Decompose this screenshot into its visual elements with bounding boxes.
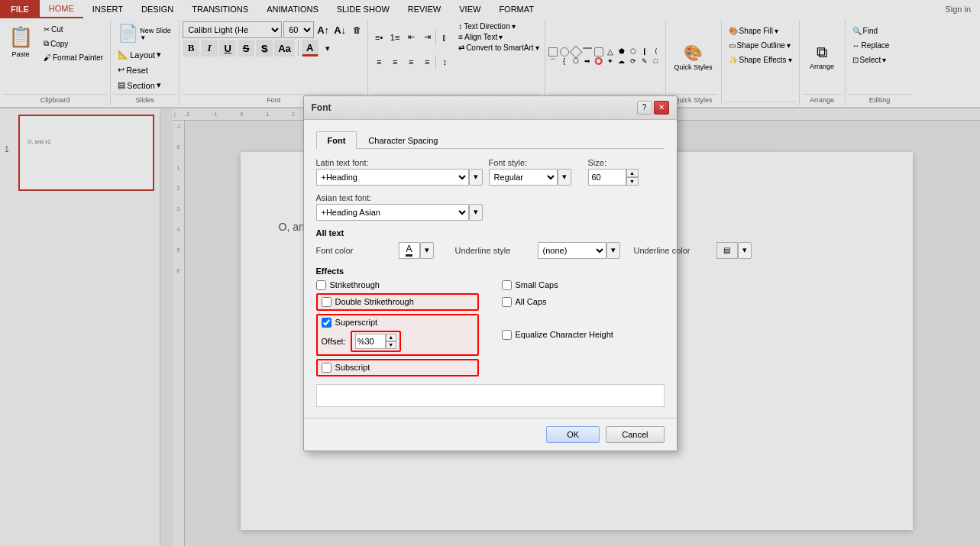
superscript-label: Superscript [335, 318, 378, 327]
latin-font-dropdown[interactable]: ▾ [469, 169, 483, 186]
all-caps-row: All Caps [502, 293, 665, 311]
underline-color-label: Underline color [634, 246, 710, 255]
subscript-label: Subscript [335, 363, 370, 372]
subscript-row: Subscript [316, 359, 479, 376]
double-strikethrough-row: Double Strikethrough [316, 293, 479, 311]
dialog-title-bar: Font ? ✕ [304, 96, 677, 120]
font-style-dropdown[interactable]: ▾ [558, 169, 571, 186]
font-style-select[interactable]: Regular [489, 169, 558, 186]
small-caps-row: Small Caps [502, 280, 665, 290]
underline-color-control: ▤ ▾ [716, 242, 752, 259]
underline-color-swatch[interactable]: ▤ [716, 242, 738, 259]
asian-font-select[interactable]: +Heading Asian [316, 204, 469, 221]
font-color-label: Font color [316, 246, 393, 255]
offset-up-button[interactable]: ▲ [386, 334, 396, 341]
all-text-label: All text [316, 228, 665, 237]
font-color-swatch[interactable]: A [399, 242, 420, 259]
offset-down-button[interactable]: ▼ [386, 341, 396, 349]
small-caps-label: Small Caps [516, 280, 558, 289]
all-caps-label: All Caps [516, 297, 547, 306]
dialog-footer: OK Cancel [304, 418, 677, 451]
preview-area [316, 384, 665, 407]
offset-input[interactable]: %30 [355, 334, 386, 349]
dialog-title-text: Font [312, 102, 332, 113]
superscript-checkbox[interactable] [322, 318, 332, 328]
double-strikethrough-label: Double Strikethrough [335, 297, 414, 306]
dialog-close-button[interactable]: ✕ [654, 101, 669, 115]
dialog-help-button[interactable]: ? [637, 101, 652, 115]
strikethrough-label: Strikethrough [330, 280, 380, 289]
underline-style-select[interactable]: (none) [538, 242, 606, 259]
dialog-tab-strip: Font Character Spacing [316, 131, 665, 149]
size-input[interactable]: 60 [588, 169, 626, 186]
small-caps-checkbox[interactable] [502, 280, 512, 290]
font-color-dropdown[interactable]: ▾ [420, 242, 434, 259]
font-color-row: Font color A ▾ Underline style (none) ▾ … [316, 242, 665, 259]
size-spinner: 60 ▲ ▼ [588, 169, 665, 186]
size-up-button[interactable]: ▲ [626, 169, 639, 177]
ok-button[interactable]: OK [546, 426, 600, 443]
dialog-body: Font Character Spacing Latin text font: … [304, 120, 677, 418]
latin-font-row: Latin text font: +Heading ▾ Font style: … [316, 158, 665, 186]
all-caps-checkbox[interactable] [502, 297, 512, 307]
effects-label: Effects [316, 267, 665, 276]
tab-character-spacing[interactable]: Character Spacing [357, 131, 449, 149]
size-spinner-buttons: ▲ ▼ [626, 169, 639, 186]
strikethrough-checkbox[interactable] [316, 280, 326, 290]
dialog-overlay: Font ? ✕ Font Character Spacing Latin te… [0, 0, 980, 546]
effects-grid: Strikethrough Small Caps Double Striketh… [316, 280, 665, 376]
underline-style-dropdown[interactable]: ▾ [606, 242, 620, 259]
cancel-button[interactable]: Cancel [606, 426, 664, 443]
superscript-highlighted-area: Superscript Offset: %30 ▲ ▼ [316, 314, 479, 356]
asian-font-label: Asian text font: [316, 193, 665, 202]
underline-style-label: Underline style [455, 246, 532, 255]
equalize-height-row: Equalize Character Height [502, 314, 665, 356]
font-dialog: Font ? ✕ Font Character Spacing Latin te… [303, 95, 678, 451]
offset-control: %30 ▲ ▼ [351, 331, 401, 352]
font-color-control: A ▾ [399, 242, 434, 259]
latin-font-select[interactable]: +Heading [316, 169, 469, 186]
tab-font[interactable]: Font [316, 131, 357, 149]
asian-font-row: Asian text font: +Heading Asian ▾ [316, 193, 665, 221]
offset-spinner-buttons: ▲ ▼ [386, 334, 396, 349]
subscript-checkbox[interactable] [322, 363, 332, 373]
font-style-label: Font style: [489, 158, 582, 167]
dialog-title-buttons: ? ✕ [637, 101, 669, 115]
size-label: Size: [588, 158, 665, 167]
offset-label: Offset: [322, 337, 346, 346]
superscript-row: Superscript [322, 318, 474, 328]
double-strikethrough-checkbox[interactable] [322, 297, 332, 307]
size-down-button[interactable]: ▼ [626, 177, 639, 186]
asian-font-dropdown[interactable]: ▾ [469, 204, 483, 221]
underline-style-control: (none) ▾ [538, 242, 620, 259]
equalize-height-label: Equalize Character Height [516, 330, 613, 339]
equalize-height-checkbox[interactable] [502, 330, 512, 340]
offset-row: Offset: %30 ▲ ▼ [322, 331, 474, 352]
strikethrough-row: Strikethrough [316, 280, 479, 290]
underline-color-dropdown[interactable]: ▾ [738, 242, 752, 259]
latin-font-label: Latin text font: [316, 158, 483, 167]
